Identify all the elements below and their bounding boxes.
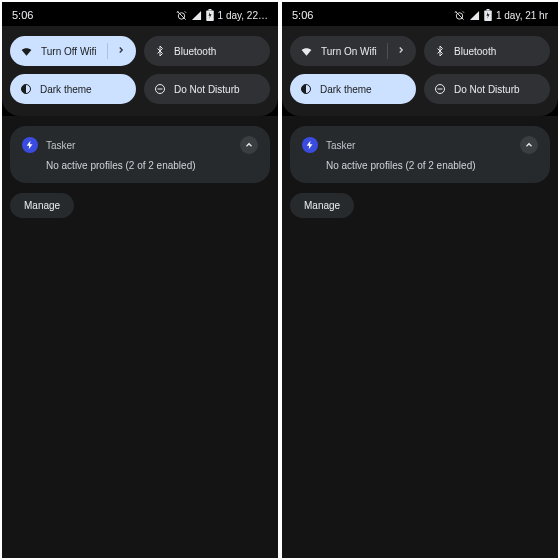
tile-wifi[interactable]: Turn Off Wifi: [10, 36, 136, 66]
tile-bluetooth[interactable]: Bluetooth: [144, 36, 270, 66]
status-time: 5:06: [12, 9, 33, 21]
wifi-icon: [300, 45, 313, 58]
tile-bluetooth[interactable]: Bluetooth: [424, 36, 550, 66]
status-time: 5:06: [292, 9, 313, 21]
tasker-app-icon: [302, 137, 318, 153]
chevron-right-icon[interactable]: [396, 45, 406, 57]
notification-app-name: Tasker: [326, 140, 512, 151]
manage-button[interactable]: Manage: [10, 193, 74, 218]
svg-rect-10: [486, 9, 489, 11]
collapse-button[interactable]: [240, 136, 258, 154]
bluetooth-icon: [434, 45, 446, 57]
status-icons: 1 day, 21 hr: [454, 9, 548, 21]
wifi-icon: [20, 45, 33, 58]
tasker-app-icon: [22, 137, 38, 153]
tile-wifi[interactable]: Turn On Wifi: [290, 36, 416, 66]
dark-theme-icon: [20, 83, 32, 95]
battery-icon: [484, 9, 492, 21]
dnd-icon: [434, 83, 446, 95]
quick-settings-panel: Turn On Wifi Bluetooth Dark theme Do Not…: [282, 26, 558, 116]
svg-rect-3: [208, 9, 211, 11]
alarm-off-icon: [176, 10, 187, 21]
tile-dnd-label: Do Not Disturb: [174, 84, 260, 95]
notification-shade: Tasker No active profiles (2 of 2 enable…: [282, 116, 558, 558]
tile-bluetooth-label: Bluetooth: [454, 46, 540, 57]
status-bar: 5:06 1 day, 22…: [2, 2, 278, 26]
dark-theme-icon: [300, 83, 312, 95]
tile-dark-theme-label: Dark theme: [320, 84, 406, 95]
status-icons: 1 day, 22…: [176, 9, 268, 21]
status-bar: 5:06 1 day, 21 hr: [282, 2, 558, 26]
tile-dnd[interactable]: Do Not Disturb: [144, 74, 270, 104]
bluetooth-icon: [154, 45, 166, 57]
notification-card[interactable]: Tasker No active profiles (2 of 2 enable…: [290, 126, 550, 183]
alarm-off-icon: [454, 10, 465, 21]
battery-text: 1 day, 21 hr: [496, 10, 548, 21]
tile-bluetooth-label: Bluetooth: [174, 46, 260, 57]
dnd-icon: [154, 83, 166, 95]
notification-app-name: Tasker: [46, 140, 232, 151]
notification-shade: Tasker No active profiles (2 of 2 enable…: [2, 116, 278, 558]
quick-settings-panel: Turn Off Wifi Bluetooth Dark theme Do No…: [2, 26, 278, 116]
tile-dark-theme[interactable]: Dark theme: [290, 74, 416, 104]
chevron-right-icon[interactable]: [116, 45, 126, 57]
signal-icon: [469, 10, 480, 21]
tile-dnd[interactable]: Do Not Disturb: [424, 74, 550, 104]
tile-dark-theme[interactable]: Dark theme: [10, 74, 136, 104]
battery-icon: [206, 9, 214, 21]
tile-wifi-label: Turn Off Wifi: [41, 46, 97, 57]
notification-card[interactable]: Tasker No active profiles (2 of 2 enable…: [10, 126, 270, 183]
tile-dark-theme-label: Dark theme: [40, 84, 126, 95]
collapse-button[interactable]: [520, 136, 538, 154]
notification-body: No active profiles (2 of 2 enabled): [22, 154, 258, 171]
notification-body: No active profiles (2 of 2 enabled): [302, 154, 538, 171]
phone-right: 5:06 1 day, 21 hr Turn On Wifi Bluetooth: [282, 2, 558, 558]
battery-text: 1 day, 22…: [218, 10, 268, 21]
manage-button[interactable]: Manage: [290, 193, 354, 218]
phone-left: 5:06 1 day, 22… Turn Off Wifi Bluetooth: [2, 2, 278, 558]
tile-wifi-label: Turn On Wifi: [321, 46, 377, 57]
tile-dnd-label: Do Not Disturb: [454, 84, 540, 95]
signal-icon: [191, 10, 202, 21]
